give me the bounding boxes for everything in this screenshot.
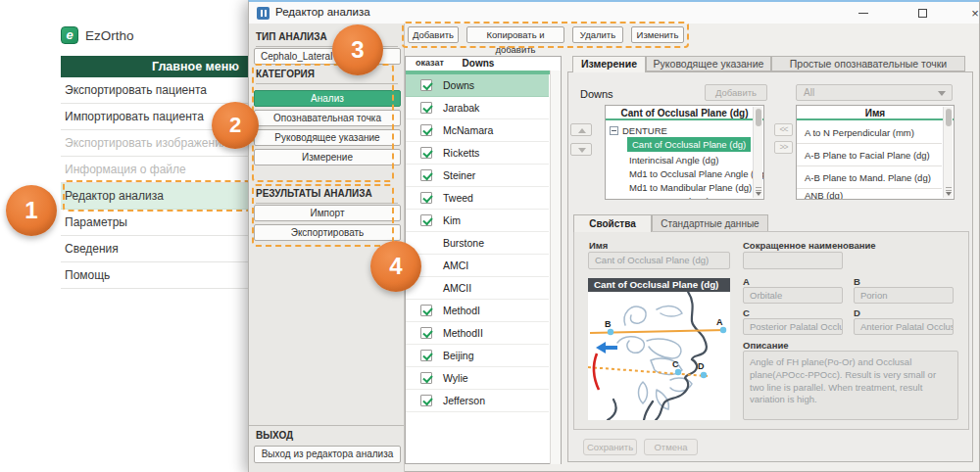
tab-guideline[interactable]: Руководящее указание xyxy=(646,56,771,71)
exit-editor-button[interactable]: Выход из редактора анализа xyxy=(254,446,401,463)
category-measurement-button[interactable]: Измерение xyxy=(254,149,401,165)
cancel-button[interactable]: Отмена xyxy=(644,439,698,455)
tree-root[interactable]: DENTURE xyxy=(622,125,667,136)
point-c-field[interactable]: Posterior Palatal Occlusal xyxy=(743,318,843,335)
selected-measurements-list: Cant of Occlusal Plane (dg) DENTURE Cant… xyxy=(605,105,764,200)
analysis-row[interactable]: Jefferson xyxy=(406,390,549,412)
point-d-field-label: D xyxy=(854,307,860,318)
point-d-label: D xyxy=(698,361,705,371)
tree-item[interactable]: Md1 to Mandibular Plane (dg) xyxy=(629,182,752,193)
analysis-row[interactable]: MethodII xyxy=(406,322,549,345)
tab-properties[interactable]: Свойства xyxy=(573,214,652,232)
analysis-row[interactable]: Downs xyxy=(406,74,549,97)
transfer-right-button[interactable]: >> xyxy=(774,141,793,154)
tab-measurement[interactable]: Измерение xyxy=(572,56,646,72)
short-name-field[interactable] xyxy=(743,252,843,269)
analysis-row[interactable]: Wylie xyxy=(406,367,549,390)
group-label: Downs xyxy=(580,88,613,100)
checkbox-checked-icon[interactable] xyxy=(420,147,432,159)
list-item[interactable]: A-B Plane to Facial Plane (dg) xyxy=(797,144,942,166)
move-down-button[interactable] xyxy=(570,143,592,156)
ezortho-main-window: e EzOrtho Главное меню Экспортировать па… xyxy=(0,0,255,472)
analysis-row[interactable]: Tweed xyxy=(406,187,549,210)
point-b-field[interactable]: Porion xyxy=(854,287,954,304)
scroll-down-icon[interactable] xyxy=(756,192,761,196)
maximize-button[interactable] xyxy=(914,5,930,21)
short-name-label: Сокращенное наименование xyxy=(743,240,876,251)
tab-simple-landmarks[interactable]: Простые опознавательные точки xyxy=(771,56,965,71)
analysis-list-scrollbar[interactable] xyxy=(550,71,561,464)
import-button[interactable]: Импорт xyxy=(254,205,401,221)
export-button[interactable]: Экспортировать xyxy=(254,224,401,241)
point-b-field-label: B xyxy=(854,276,860,287)
checkbox-checked-icon[interactable] xyxy=(420,169,432,181)
list-item[interactable]: A to N Perpendicular (mm) xyxy=(797,122,942,144)
exit-header: ВЫХОД xyxy=(256,430,398,445)
analysis-row[interactable]: AMCII xyxy=(406,277,549,300)
checkbox-checked-icon[interactable] xyxy=(420,79,432,91)
sidebar-item-export-patient[interactable]: Экспортировать пациента xyxy=(61,77,253,104)
tab-standard-data[interactable]: Стандартные данные xyxy=(652,214,768,232)
move-up-button[interactable] xyxy=(570,123,592,136)
app-logo: e EzOrtho xyxy=(61,26,134,44)
tree-item[interactable]: Interincisal Angle (dg) xyxy=(629,155,718,165)
right-list-scrollbar[interactable] xyxy=(943,107,953,198)
category-analysis-button[interactable]: Анализ xyxy=(254,90,401,107)
description-field[interactable]: Angle of FH plane(Po-Or) and Occlusal pl… xyxy=(743,351,958,420)
analysis-row[interactable]: Beijing xyxy=(406,345,549,367)
analysis-row[interactable]: Steiner xyxy=(406,165,549,187)
transfer-left-button[interactable]: << xyxy=(774,123,793,136)
analysis-row[interactable]: Kim xyxy=(406,210,549,232)
point-d-field[interactable]: Anterior Palatal Occlusal xyxy=(854,318,954,335)
checkbox-checked-icon[interactable] xyxy=(420,124,432,136)
checkbox-checked-icon[interactable] xyxy=(420,214,432,226)
sidebar-item-help[interactable]: Помощь xyxy=(61,262,253,289)
point-a-field-label: A xyxy=(743,276,750,287)
sidebar-item-about[interactable]: Сведения xyxy=(61,236,253,262)
tree-item[interactable]: Md1 to Occlusal Plane Angle (dg) xyxy=(629,168,764,179)
sidebar-item-parameters[interactable]: Параметры xyxy=(61,210,253,236)
sidebar-item-file-info: Информация о файле xyxy=(61,157,253,183)
checkbox-checked-icon[interactable] xyxy=(420,327,432,339)
sidebar-item-analysis-editor[interactable]: Редактор анализа xyxy=(61,183,253,210)
checkbox-checked-icon[interactable] xyxy=(420,350,432,361)
delete-button[interactable]: Удалить xyxy=(572,26,623,43)
list-item[interactable]: A-B Plane to Mand. Plane (dg) xyxy=(797,166,942,189)
checkbox-checked-icon[interactable] xyxy=(420,395,432,406)
checkbox-checked-icon[interactable] xyxy=(420,305,432,316)
tree-item[interactable]: Mx1 to A-Pog (mm) xyxy=(629,196,710,200)
add-group-button[interactable]: Добавить группу xyxy=(705,84,767,101)
point-c-field-label: C xyxy=(743,307,750,318)
filter-dropdown[interactable]: All xyxy=(796,84,953,101)
category-landmark-button[interactable]: Опознавательная точка xyxy=(254,110,401,126)
scroll-down-icon[interactable] xyxy=(946,192,952,196)
checkbox-checked-icon[interactable] xyxy=(420,192,432,204)
save-button[interactable]: Сохранить xyxy=(583,439,637,455)
step-badge-3: 3 xyxy=(332,24,383,75)
list-item[interactable]: ANB (dg) xyxy=(797,189,942,200)
tree-item[interactable]: Cant of Occlusal Plane (dg) xyxy=(627,137,751,152)
name-field[interactable]: Cant of Occlusal Plane (dg) xyxy=(588,252,730,269)
screenshot-root: e EzOrtho Главное меню Экспортировать па… xyxy=(0,0,980,472)
add-button[interactable]: Добавить xyxy=(408,26,459,43)
measurement-panel: Downs Добавить группу All Cant of Occlus… xyxy=(567,71,973,462)
analysis-row[interactable]: AMCI xyxy=(406,255,549,277)
point-a-field[interactable]: Orbitale xyxy=(743,287,843,304)
close-button[interactable]: × xyxy=(967,5,980,21)
analysis-row[interactable]: MethodI xyxy=(406,300,549,322)
copy-add-button[interactable]: Копировать и добавить xyxy=(466,26,564,43)
checkbox-checked-icon[interactable] xyxy=(420,372,432,384)
analysis-row[interactable]: McNamara xyxy=(406,119,549,142)
minimize-button[interactable] xyxy=(856,5,871,21)
edit-button[interactable]: Изменить xyxy=(631,26,684,43)
step-badge-4: 4 xyxy=(370,241,421,292)
category-guideline-button[interactable]: Руководящее указание xyxy=(254,129,401,146)
analysis-row[interactable]: Ricketts xyxy=(406,142,549,165)
analysis-row[interactable]: Jarabak xyxy=(406,97,549,119)
left-list-scrollbar[interactable] xyxy=(753,107,762,198)
analysis-row[interactable]: Burstone xyxy=(406,232,549,255)
category-header: КАТЕГОРИЯ xyxy=(256,69,398,84)
dialog-titlebar[interactable]: Редактор анализа × xyxy=(249,2,979,24)
tree-collapse-icon[interactable] xyxy=(610,126,618,135)
checkbox-checked-icon[interactable] xyxy=(420,102,432,114)
